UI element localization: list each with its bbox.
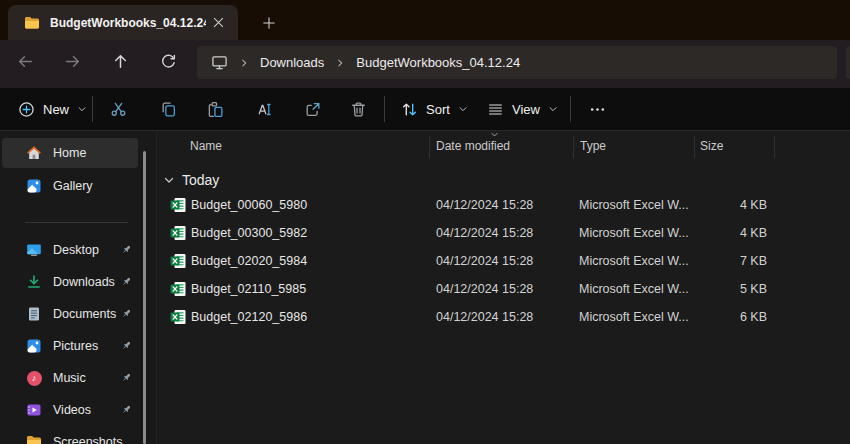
column-resize-handle[interactable] — [694, 136, 695, 158]
pin-icon — [120, 372, 132, 384]
cut-button[interactable] — [102, 91, 134, 127]
file-row[interactable]: Budget_00060_5980 04/12/2024 15:28 Micro… — [157, 191, 850, 219]
group-header-today[interactable]: Today — [157, 167, 219, 193]
breadcrumb-chevron-icon[interactable] — [239, 58, 249, 68]
sidebar-item-pictures[interactable]: Pictures — [2, 331, 138, 361]
sidebar-item-label: Downloads — [53, 275, 115, 289]
delete-button[interactable] — [342, 91, 374, 127]
column-header-type[interactable]: Type — [580, 134, 606, 158]
file-row[interactable]: Budget_02120_5986 04/12/2024 15:28 Micro… — [157, 303, 850, 331]
refresh-icon[interactable] — [151, 44, 185, 78]
column-header-name[interactable]: Name — [190, 134, 222, 158]
pin-icon — [120, 308, 132, 320]
paste-button[interactable] — [199, 91, 231, 127]
sidebar-item-label: Screenshots — [53, 435, 122, 444]
file-name: Budget_02020_5984 — [191, 247, 307, 275]
sidebar-item-label: Pictures — [53, 339, 98, 353]
view-button-label: View — [512, 102, 540, 117]
new-button-label: New — [43, 102, 69, 117]
more-options-button[interactable] — [580, 91, 614, 127]
file-date-modified: 04/12/2024 15:28 — [436, 191, 533, 219]
pin-icon — [120, 340, 132, 352]
sidebar-item-label: Music — [53, 371, 86, 385]
sidebar-item-screenshots[interactable]: Screenshots — [2, 427, 138, 444]
file-date-modified: 04/12/2024 15:28 — [436, 219, 533, 247]
excel-file-icon — [170, 225, 186, 241]
sidebar-item-desktop[interactable]: Desktop — [2, 235, 138, 265]
file-name: Budget_00300_5982 — [191, 219, 307, 247]
file-date-modified: 04/12/2024 15:28 — [436, 247, 533, 275]
search-box[interactable] — [846, 46, 850, 79]
column-resize-handle[interactable] — [774, 136, 775, 158]
this-pc-icon[interactable] — [211, 54, 228, 71]
file-type: Microsoft Excel W... — [579, 247, 689, 275]
breadcrumb-chevron-icon[interactable] — [335, 58, 345, 68]
breadcrumb-current-folder[interactable]: BudgetWorkbooks_04.12.24 — [356, 55, 520, 70]
desktop-icon — [26, 242, 42, 258]
sidebar-item-label: Home — [53, 146, 86, 160]
gallery-icon — [26, 178, 42, 194]
tab-close-icon[interactable] — [206, 11, 230, 35]
pin-icon — [120, 404, 132, 416]
file-type: Microsoft Excel W... — [579, 275, 689, 303]
group-collapse-chevron-icon[interactable] — [163, 174, 175, 186]
back-icon[interactable] — [8, 44, 42, 78]
view-icon — [487, 101, 504, 118]
sidebar-item-downloads[interactable]: Downloads — [2, 267, 138, 297]
view-button[interactable]: View — [478, 91, 567, 127]
file-row[interactable]: Budget_02020_5984 04/12/2024 15:28 Micro… — [157, 247, 850, 275]
toolbar-divider — [92, 96, 93, 122]
sidebar-item-videos[interactable]: Videos — [2, 395, 138, 425]
up-icon[interactable] — [103, 44, 137, 78]
music-icon — [26, 370, 42, 386]
breadcrumb-downloads[interactable]: Downloads — [260, 55, 324, 70]
rename-icon — [255, 101, 272, 118]
folder-icon — [24, 15, 40, 31]
column-header-size[interactable]: Size — [700, 134, 723, 158]
file-list-pane: Name Date modified Type Size Today Budge… — [156, 131, 850, 444]
more-options-icon — [589, 101, 606, 118]
titlebar: BudgetWorkbooks_04.12.24 — [0, 0, 850, 40]
file-size: 5 KB — [692, 275, 767, 303]
sidebar-scrollbar-thumb[interactable] — [143, 151, 146, 444]
file-size: 6 KB — [692, 303, 767, 331]
copy-icon — [160, 101, 177, 118]
file-name: Budget_02110_5985 — [191, 275, 306, 303]
pin-icon — [120, 276, 132, 288]
copy-button[interactable] — [152, 91, 184, 127]
delete-icon — [350, 101, 367, 118]
toolbar-divider — [384, 96, 385, 122]
forward-icon[interactable] — [55, 44, 89, 78]
tab-title: BudgetWorkbooks_04.12.24 — [50, 16, 206, 30]
new-button[interactable]: New — [8, 91, 97, 127]
explorer-tab[interactable]: BudgetWorkbooks_04.12.24 — [8, 5, 238, 40]
file-row[interactable]: Budget_02110_5985 04/12/2024 15:28 Micro… — [157, 275, 850, 303]
sidebar-item-home[interactable]: Home — [2, 138, 138, 168]
column-resize-handle[interactable] — [573, 136, 574, 158]
group-label: Today — [182, 172, 219, 188]
sidebar-item-documents[interactable]: Documents — [2, 299, 138, 329]
sidebar-divider — [25, 222, 128, 223]
excel-file-icon — [170, 281, 186, 297]
file-type: Microsoft Excel W... — [579, 219, 689, 247]
file-date-modified: 04/12/2024 15:28 — [436, 303, 533, 331]
rename-button[interactable] — [247, 91, 279, 127]
sidebar-item-music[interactable]: Music — [2, 363, 138, 393]
file-row[interactable]: Budget_00300_5982 04/12/2024 15:28 Micro… — [157, 219, 850, 247]
paste-icon — [207, 101, 224, 118]
sidebar-item-gallery[interactable]: Gallery — [2, 171, 138, 201]
file-size: 7 KB — [692, 247, 767, 275]
sort-button[interactable]: Sort — [392, 91, 477, 127]
chevron-down-icon — [77, 104, 87, 114]
address-bar[interactable]: Downloads BudgetWorkbooks_04.12.24 — [197, 46, 837, 79]
home-icon — [26, 145, 42, 161]
file-explorer-window: BudgetWorkbooks_04.12.24 — [0, 0, 850, 444]
share-button[interactable] — [296, 91, 328, 127]
excel-file-icon — [170, 197, 186, 213]
pictures-icon — [26, 338, 42, 354]
sort-icon — [401, 101, 418, 118]
sidebar-item-label: Documents — [53, 307, 116, 321]
new-tab-icon[interactable] — [256, 10, 282, 36]
column-resize-handle[interactable] — [429, 136, 430, 158]
sidebar-item-label: Gallery — [53, 179, 93, 193]
